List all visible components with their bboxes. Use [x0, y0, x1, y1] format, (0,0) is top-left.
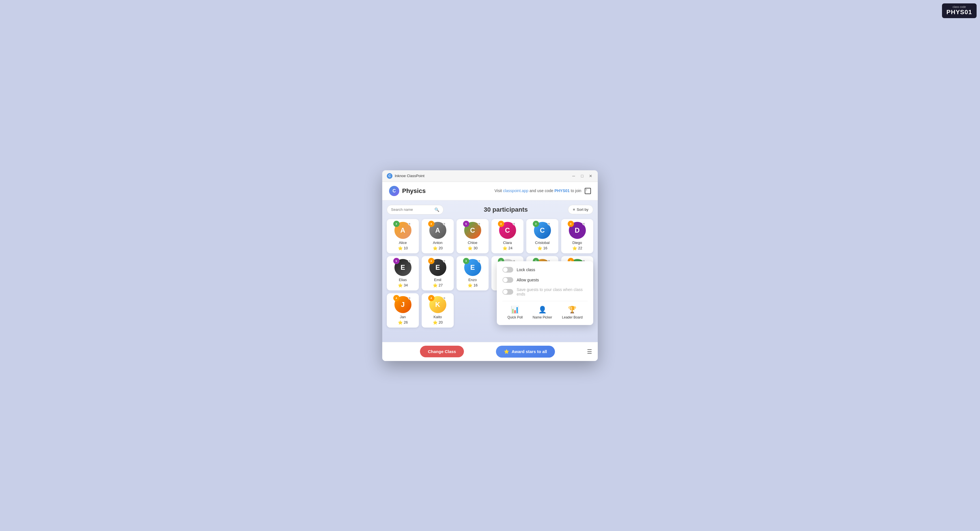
- allow-guests-row: Allow guests: [503, 277, 587, 283]
- level-badge: 4: [498, 221, 504, 227]
- popup-tools: 📊 Quick Poll 👤 Name Picker 🏆 Leader Boar…: [503, 301, 587, 319]
- header-left: C Physics: [389, 186, 426, 196]
- participant-stars: ⭐ 34: [389, 283, 417, 288]
- level-badge: 3: [533, 221, 539, 227]
- participant-card[interactable]: A 3 Alice ⭐ 10: [387, 219, 419, 253]
- participant-stars: ⭐ 16: [459, 283, 486, 288]
- star-count: 20: [439, 246, 443, 250]
- search-box[interactable]: 🔍: [387, 205, 444, 214]
- popup-tool-quick-poll[interactable]: 📊 Quick Poll: [507, 306, 523, 319]
- star-icon: ⭐: [504, 349, 509, 354]
- status-dot: [513, 222, 515, 225]
- participant-card[interactable]: C 4 Clara ⭐ 24: [492, 219, 523, 253]
- star-count: 10: [404, 246, 408, 250]
- participant-card[interactable]: C 5 Chloe ⭐ 30: [457, 219, 488, 253]
- star-count: 27: [439, 283, 443, 287]
- participant-name: Jan: [389, 315, 417, 319]
- avatar-wrap: E 4: [429, 259, 446, 276]
- level-badge: 4: [568, 221, 574, 227]
- class-name: Physics: [402, 187, 426, 195]
- maximize-button[interactable]: □: [580, 173, 585, 179]
- popup-panel: Lock class Allow guests Save guests to y…: [497, 261, 593, 325]
- avatar-wrap: E 5: [395, 259, 412, 276]
- participant-name: Chloe: [459, 241, 486, 245]
- qr-code-icon[interactable]: ⠿: [585, 188, 591, 194]
- sort-label: Sort by: [577, 208, 589, 212]
- star-icon: ⭐: [468, 283, 473, 288]
- participant-name: Diego: [563, 241, 591, 245]
- bottom-bar: Change Class ⭐ Award stars to all ☰: [382, 342, 598, 361]
- star-icon: ⭐: [398, 283, 402, 288]
- avatar-wrap: E 3: [464, 259, 481, 276]
- tool-icon: 📊: [511, 306, 519, 314]
- star-count: 24: [508, 246, 512, 250]
- save-guests-row: Save guests to your class when class end…: [503, 287, 587, 296]
- star-count: 34: [404, 283, 408, 287]
- participant-name: Enzo: [459, 278, 486, 282]
- status-dot: [547, 222, 550, 225]
- site-link[interactable]: classpoint.app: [503, 188, 530, 193]
- app-window: C Inknoe ClassPoint ─ □ ✕ C Physics Visi…: [382, 170, 598, 361]
- participant-name: Kaito: [424, 315, 452, 319]
- avatar-wrap: A 4: [429, 222, 446, 239]
- level-badge: 4: [428, 221, 434, 227]
- allow-guests-toggle[interactable]: [503, 277, 513, 283]
- award-stars-button[interactable]: ⭐ Award stars to all: [496, 346, 555, 358]
- participant-stars: ⭐ 20: [424, 246, 452, 250]
- participant-stars: ⭐ 30: [459, 246, 486, 250]
- save-guests-toggle[interactable]: [503, 289, 513, 295]
- status-dot: [478, 260, 480, 262]
- star-count: 16: [474, 283, 477, 287]
- lock-class-label: Lock class: [517, 268, 535, 272]
- level-badge: 3: [393, 221, 399, 227]
- avatar-wrap: C 4: [499, 222, 516, 239]
- participant-stars: ⭐ 26: [389, 320, 417, 325]
- class-code-label: class code: [953, 6, 966, 8]
- tool-label: Name Picker: [533, 315, 552, 319]
- title-bar-left: C Inknoe ClassPoint: [387, 173, 425, 179]
- class-code-inline: PHYS01: [554, 188, 570, 193]
- participant-card[interactable]: D 4 Diego ⭐ 22: [561, 219, 593, 253]
- popup-tool-leader-board[interactable]: 🏆 Leader Board: [562, 306, 583, 319]
- participant-card[interactable]: E 4 Emil ⭐ 27: [422, 256, 454, 290]
- logo-icon: C: [389, 186, 399, 196]
- participant-stars: ⭐ 24: [494, 246, 521, 250]
- header-join-info: Visit classpoint.app and use code PHYS01…: [495, 188, 591, 194]
- title-bar-title: Inknoe ClassPoint: [395, 174, 425, 178]
- level-badge: 4: [393, 295, 399, 301]
- star-count: 26: [404, 320, 408, 325]
- popup-tool-name-picker[interactable]: 👤 Name Picker: [533, 306, 552, 319]
- tool-icon: 🏆: [568, 306, 576, 314]
- save-guests-label: Save guests to your class when class end…: [517, 287, 587, 296]
- search-input[interactable]: [391, 208, 432, 212]
- participant-card[interactable]: K 4 Kaito ⭐ 20: [422, 293, 454, 328]
- status-dot: [582, 222, 585, 225]
- sort-button[interactable]: ≡ Sort by: [568, 205, 593, 214]
- avatar-wrap: K 4: [429, 296, 446, 313]
- tool-label: Quick Poll: [507, 315, 523, 319]
- status-dot: [443, 297, 446, 300]
- participant-name: Anton: [424, 241, 452, 245]
- star-count: 16: [543, 246, 547, 250]
- participant-name: Alice: [389, 241, 417, 245]
- participant-card[interactable]: A 4 Anton ⭐ 20: [422, 219, 454, 253]
- lock-class-toggle[interactable]: [503, 267, 513, 273]
- participants-count: 30 participants: [484, 206, 528, 213]
- participant-card[interactable]: J 4 Jan ⭐ 26: [387, 293, 419, 328]
- minimize-button[interactable]: ─: [571, 173, 576, 179]
- star-count: 20: [439, 320, 443, 325]
- star-count: 22: [578, 246, 582, 250]
- participant-card[interactable]: C 3 Cristobal ⭐ 16: [526, 219, 558, 253]
- participant-card[interactable]: E 5 Elias ⭐ 34: [387, 256, 419, 290]
- star-icon: ⭐: [468, 246, 473, 250]
- star-icon: ⭐: [537, 246, 542, 250]
- lock-class-row: Lock class: [503, 267, 587, 273]
- close-button[interactable]: ✕: [588, 173, 593, 179]
- join-text-suffix: to join: [571, 188, 581, 193]
- participant-card[interactable]: E 3 Enzo ⭐ 16: [457, 256, 488, 290]
- menu-button[interactable]: ☰: [587, 348, 592, 355]
- award-stars-label: Award stars to all: [512, 349, 547, 354]
- participant-name: Clara: [494, 241, 521, 245]
- change-class-button[interactable]: Change Class: [420, 346, 464, 357]
- tool-label: Leader Board: [562, 315, 583, 319]
